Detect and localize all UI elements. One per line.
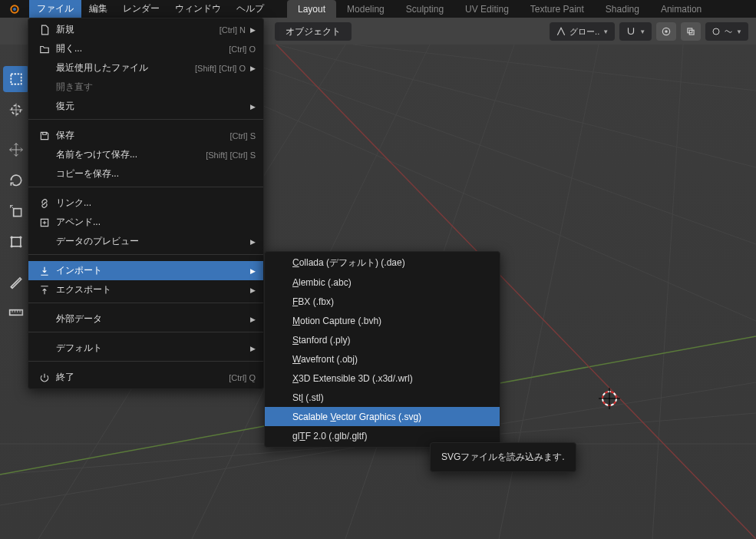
tab-sculpting[interactable]: Sculpting xyxy=(395,0,454,18)
tab-animation[interactable]: Animation xyxy=(650,0,712,18)
import-item-5[interactable]: Wavefront (.obj) xyxy=(265,349,500,369)
tool-cursor[interactable] xyxy=(3,97,29,123)
import-item-label: Wavefront (.obj) xyxy=(292,354,492,365)
menu-quit-label: 終了 xyxy=(56,371,229,384)
svg-point-28 xyxy=(11,236,13,239)
menu-export-label: エクスポート xyxy=(56,283,246,296)
menu-open-label: 開く... xyxy=(56,42,229,55)
import-item-6[interactable]: X3D Extensible 3D (.x3d/.wrl) xyxy=(265,369,500,388)
tool-rotate[interactable] xyxy=(3,167,29,193)
tool-annotate[interactable] xyxy=(3,269,29,295)
tool-move[interactable] xyxy=(3,137,29,163)
chevron-down-icon: ▼ xyxy=(602,28,609,35)
menu-new-label: 新規 xyxy=(56,23,220,36)
menu-edit[interactable]: 編集 xyxy=(81,0,115,18)
top-menu-bar: ファイル 編集 レンダー ウィンドウ ヘルプ Layout Modeling S… xyxy=(0,0,756,18)
menu-help[interactable]: ヘルプ xyxy=(229,0,272,18)
object-mode-chip[interactable]: オブジェクト xyxy=(275,22,352,41)
tab-texture-paint[interactable]: Texture Paint xyxy=(520,0,595,18)
menu-save-shortcut: [Ctrl] S xyxy=(229,131,256,141)
menu-import[interactable]: インポート ▶ xyxy=(28,261,263,280)
submenu-arrow-icon: ▶ xyxy=(250,64,256,72)
import-item-0[interactable]: Collada (デフォルト) (.dae) xyxy=(265,253,500,273)
tool-scale[interactable] xyxy=(3,198,29,224)
menu-save-copy[interactable]: コピーを保存... xyxy=(28,164,263,184)
transform-icon xyxy=(8,234,24,250)
workspace-tabs: Layout Modeling Sculpting UV Editing Tex… xyxy=(287,0,712,18)
document-new-icon xyxy=(39,25,56,35)
menu-save[interactable]: 保存 [Ctrl] S xyxy=(28,126,263,145)
tab-shading[interactable]: Shading xyxy=(595,0,650,18)
menu-reopen[interactable]: 開き直す xyxy=(28,78,263,97)
blender-logo-icon[interactable] xyxy=(0,0,29,18)
menu-open-recent[interactable]: 最近使用したファイル [Shift] [Ctrl] O ▶ xyxy=(28,58,263,78)
orientation-icon xyxy=(556,26,566,37)
import-item-label: X3D Extensible 3D (.x3d/.wrl) xyxy=(292,373,492,384)
tool-measure[interactable] xyxy=(3,299,29,326)
menu-separator xyxy=(28,303,263,309)
menu-save-as[interactable]: 名前をつけて保存... [Shift] [Ctrl] S xyxy=(28,145,263,164)
annotate-icon xyxy=(8,274,24,289)
select-box-icon xyxy=(8,71,24,87)
tool-select-box[interactable] xyxy=(3,66,29,92)
scale-icon xyxy=(8,203,24,219)
import-icon xyxy=(39,266,56,276)
menu-append-label: アペンド... xyxy=(56,216,256,229)
tool-transform[interactable] xyxy=(3,229,29,255)
power-icon xyxy=(39,372,56,383)
import-item-7[interactable]: Stl (.stl) xyxy=(265,388,500,407)
menu-external-data-label: 外部データ xyxy=(56,312,246,326)
tab-layout[interactable]: Layout xyxy=(287,0,336,18)
menu-external-data[interactable]: 外部データ ▶ xyxy=(28,309,263,329)
import-item-label: Stl (.stl) xyxy=(292,392,492,403)
shading-icon xyxy=(711,27,721,36)
shading-dropdown[interactable]: ▼ xyxy=(705,22,748,41)
import-item-4[interactable]: Stanford (.ply) xyxy=(265,330,500,349)
menu-quit[interactable]: 終了 [Ctrl] Q xyxy=(28,368,263,387)
svg-point-6 xyxy=(713,28,719,35)
import-item-3[interactable]: Motion Capture (.bvh) xyxy=(265,311,500,330)
svg-point-30 xyxy=(11,245,13,247)
save-icon xyxy=(39,131,56,141)
menu-defaults[interactable]: デフォルト ▶ xyxy=(28,339,263,358)
menu-save-as-label: 名前をつけて保存... xyxy=(56,148,206,161)
svg-rect-32 xyxy=(10,310,23,316)
menu-window[interactable]: ウィンドウ xyxy=(167,0,229,18)
folder-open-icon xyxy=(39,44,56,55)
menu-recover[interactable]: 復元 ▶ xyxy=(28,97,263,116)
svg-rect-4 xyxy=(688,28,692,33)
menu-link[interactable]: リンク... xyxy=(28,193,263,213)
import-submenu: Collada (デフォルト) (.dae)Alembic (.abc)FBX … xyxy=(264,251,500,448)
magnet-icon xyxy=(626,26,636,37)
svg-point-29 xyxy=(19,236,21,239)
overlays-button[interactable] xyxy=(681,22,701,41)
import-item-label: Motion Capture (.bvh) xyxy=(292,316,492,326)
menu-separator xyxy=(28,361,263,368)
menu-append[interactable]: アペンド... xyxy=(28,213,263,232)
menu-export[interactable]: エクスポート ▶ xyxy=(28,280,263,299)
overlays-icon xyxy=(685,26,696,37)
menu-data-preview[interactable]: データのプレビュー ▶ xyxy=(28,232,263,251)
chevron-down-icon: ▼ xyxy=(736,28,742,35)
menu-save-label: 保存 xyxy=(56,129,229,142)
menu-quit-shortcut: [Ctrl] Q xyxy=(229,373,256,382)
viewport-toolbar xyxy=(3,66,29,326)
proportional-editing-button[interactable] xyxy=(656,22,676,41)
import-item-8[interactable]: Scalable Vector Graphics (.svg) xyxy=(265,407,500,426)
import-item-1[interactable]: Alembic (.abc) xyxy=(265,273,500,292)
import-item-2[interactable]: FBX (.fbx) xyxy=(265,292,500,311)
menu-render[interactable]: レンダー xyxy=(115,0,167,18)
snap-dropdown[interactable]: ▼ xyxy=(619,22,652,41)
tab-uv-editing[interactable]: UV Editing xyxy=(454,0,520,18)
menu-link-label: リンク... xyxy=(56,197,256,210)
menu-new[interactable]: 新規 [Ctrl] N ▶ xyxy=(28,20,263,39)
import-item-label: Collada (デフォルト) (.dae) xyxy=(292,256,492,270)
menu-file[interactable]: ファイル xyxy=(29,0,81,18)
import-item-label: Alembic (.abc) xyxy=(292,277,492,288)
tab-modeling[interactable]: Modeling xyxy=(336,0,395,18)
menu-open[interactable]: 開く... [Ctrl] O xyxy=(28,39,263,58)
submenu-arrow-icon: ▶ xyxy=(250,316,256,323)
orientation-dropdown[interactable]: グロー.. ▼ xyxy=(550,22,615,41)
cursor-3d xyxy=(599,388,620,409)
import-item-label: glTF 2.0 (.glb/.gltf) xyxy=(292,431,492,441)
